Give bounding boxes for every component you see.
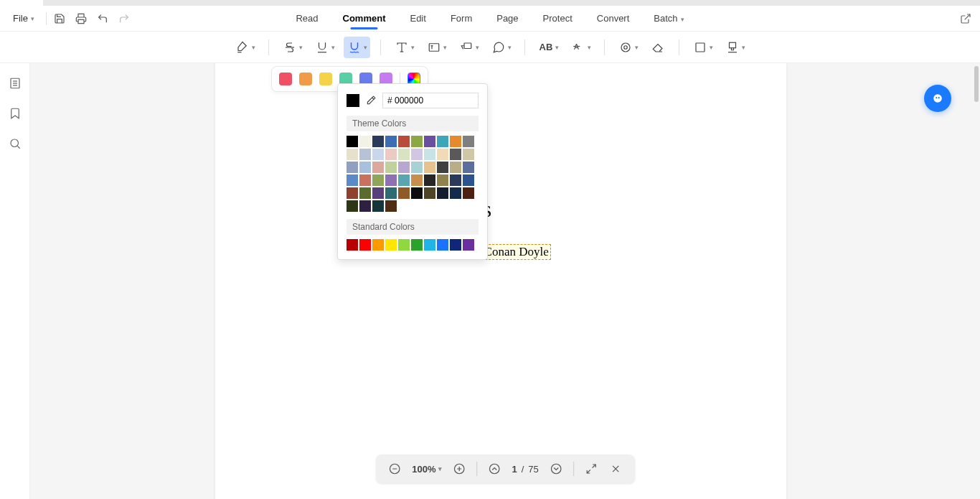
shapes-tool[interactable]: ▾ (689, 37, 716, 58)
theme-color-swatch[interactable] (424, 174, 435, 186)
tab-read[interactable]: Read (294, 9, 319, 28)
theme-color-swatch[interactable] (385, 174, 397, 186)
theme-color-swatch[interactable] (347, 187, 358, 199)
theme-color-swatch[interactable] (411, 162, 423, 173)
replace-text-tool[interactable]: A▾ (567, 37, 594, 58)
theme-color-swatch[interactable] (424, 187, 435, 199)
standard-color-swatch[interactable] (424, 239, 435, 251)
tab-edit[interactable]: Edit (408, 9, 427, 28)
save-icon[interactable] (54, 13, 65, 24)
theme-color-swatch[interactable] (359, 174, 371, 186)
file-menu-button[interactable]: File ▾ (9, 10, 39, 27)
theme-color-swatch[interactable] (398, 149, 410, 160)
theme-color-swatch[interactable] (450, 187, 461, 199)
theme-color-swatch[interactable] (437, 174, 448, 186)
tab-form[interactable]: Form (449, 9, 473, 28)
close-icon[interactable] (608, 462, 623, 476)
theme-color-swatch[interactable] (450, 136, 461, 147)
theme-color-swatch[interactable] (398, 187, 410, 199)
page-indicator[interactable]: 1 / 75 (512, 464, 538, 475)
theme-color-swatch[interactable] (411, 149, 423, 160)
theme-color-swatch[interactable] (463, 136, 474, 147)
theme-color-swatch[interactable] (463, 162, 474, 173)
ai-assistant-button[interactable] (924, 85, 951, 112)
document-canvas[interactable]: the Baskervilles Arthur Conan Doyle 100%… (30, 63, 980, 499)
fullscreen-icon[interactable] (584, 462, 598, 476)
theme-color-swatch[interactable] (463, 174, 474, 186)
theme-color-swatch[interactable] (372, 187, 384, 199)
quick-color-swatch[interactable] (319, 73, 332, 85)
zoom-level[interactable]: 100%▾ (412, 464, 442, 475)
theme-color-swatch[interactable] (347, 174, 358, 186)
tab-convert[interactable]: Convert (595, 9, 631, 28)
bookmark-icon[interactable] (8, 106, 22, 121)
theme-color-swatch[interactable] (347, 200, 358, 212)
theme-color-swatch[interactable] (385, 162, 397, 173)
theme-color-swatch[interactable] (372, 136, 384, 147)
strikethrough-tool[interactable]: ▾ (279, 37, 306, 58)
standard-color-swatch[interactable] (359, 239, 371, 251)
squiggly-underline-tool[interactable]: ▾ (344, 37, 370, 58)
theme-color-swatch[interactable] (372, 174, 384, 186)
share-icon[interactable] (960, 13, 971, 24)
theme-color-swatch[interactable] (411, 187, 423, 199)
theme-color-swatch[interactable] (398, 162, 410, 173)
eyedropper-icon[interactable] (365, 95, 377, 106)
theme-color-swatch[interactable] (450, 149, 461, 160)
theme-color-swatch[interactable] (437, 149, 448, 160)
next-page-icon[interactable] (549, 462, 563, 476)
theme-color-swatch[interactable] (450, 162, 461, 173)
search-icon[interactable] (8, 136, 22, 151)
prev-page-icon[interactable] (487, 462, 501, 476)
callout-tool[interactable]: ▾ (456, 37, 482, 58)
theme-color-swatch[interactable] (372, 162, 384, 173)
theme-color-swatch[interactable] (359, 187, 371, 199)
theme-color-swatch[interactable] (424, 136, 435, 147)
tab-protect[interactable]: Protect (542, 9, 574, 28)
thumbnails-icon[interactable] (8, 76, 22, 90)
theme-color-swatch[interactable] (359, 149, 371, 160)
stamp-tool[interactable]: ▾ (615, 37, 641, 58)
tab-batch[interactable]: Batch▾ (652, 9, 685, 28)
standard-color-swatch[interactable] (347, 239, 358, 251)
tab-comment[interactable]: Comment (341, 9, 387, 28)
print-icon[interactable] (75, 13, 87, 24)
theme-color-swatch[interactable] (347, 149, 358, 160)
standard-color-swatch[interactable] (450, 239, 461, 251)
theme-color-swatch[interactable] (463, 187, 474, 199)
standard-color-swatch[interactable] (437, 239, 448, 251)
theme-color-swatch[interactable] (437, 136, 448, 147)
standard-color-swatch[interactable] (398, 239, 410, 251)
theme-color-swatch[interactable] (385, 149, 397, 160)
text-tool[interactable]: ▾ (391, 37, 418, 58)
undo-icon[interactable] (97, 13, 108, 24)
theme-color-swatch[interactable] (385, 136, 397, 147)
theme-color-swatch[interactable] (437, 162, 448, 173)
quick-color-swatch[interactable] (279, 73, 292, 85)
theme-color-swatch[interactable] (372, 200, 384, 212)
underline-tool[interactable]: ▾ (311, 37, 338, 58)
signature-tool[interactable]: ▾ (722, 37, 748, 58)
theme-color-swatch[interactable] (424, 162, 435, 173)
eraser-tool[interactable] (647, 37, 669, 58)
insert-text-tool[interactable]: AB▾ (535, 37, 562, 58)
theme-color-swatch[interactable] (424, 149, 435, 160)
standard-color-swatch[interactable] (385, 239, 397, 251)
theme-color-swatch[interactable] (359, 162, 371, 173)
zoom-out-icon[interactable] (387, 462, 402, 476)
theme-color-swatch[interactable] (411, 136, 423, 147)
highlight-tool[interactable]: ▾ (232, 37, 258, 58)
theme-color-swatch[interactable] (347, 136, 358, 147)
theme-color-swatch[interactable] (398, 174, 410, 186)
redo-icon[interactable] (118, 13, 130, 24)
theme-color-swatch[interactable] (463, 149, 474, 160)
theme-color-swatch[interactable] (437, 187, 448, 199)
theme-color-swatch[interactable] (372, 149, 384, 160)
theme-color-swatch[interactable] (385, 187, 397, 199)
textbox-tool[interactable]: ▾ (423, 37, 450, 58)
vertical-scrollbar[interactable] (974, 66, 979, 102)
hex-input[interactable]: # 000000 (382, 93, 479, 108)
note-tool[interactable]: ▾ (488, 37, 514, 58)
theme-color-swatch[interactable] (398, 136, 410, 147)
theme-color-swatch[interactable] (359, 136, 371, 147)
